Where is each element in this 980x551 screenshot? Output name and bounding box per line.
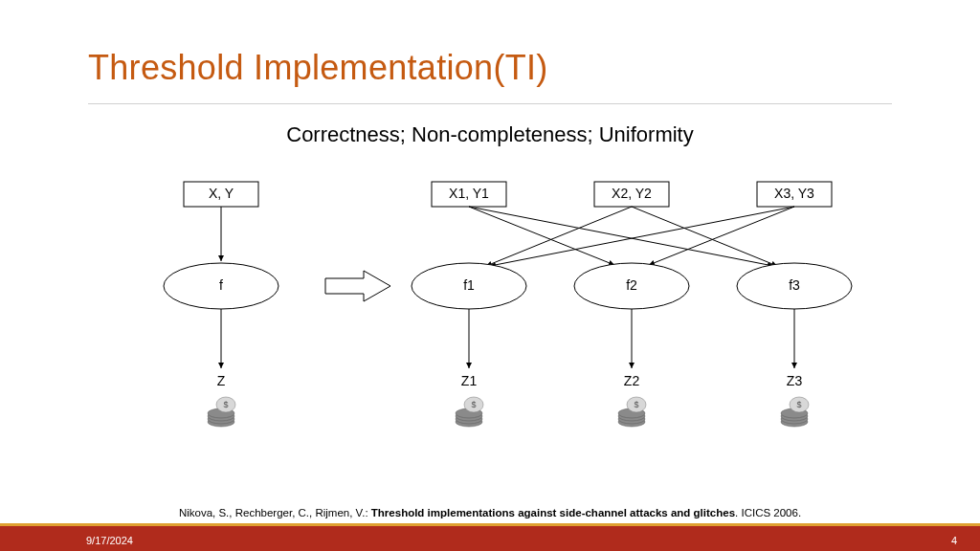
- coins-icon: [456, 397, 483, 427]
- diagram: $ X, Y f Z X1, Y1 X2, Y2 X3, Y3: [0, 158, 980, 474]
- citation-title: Threshold implementations against side-c…: [371, 507, 735, 518]
- title-underline: [88, 103, 892, 104]
- slide: Threshold Implementation(TI) Correctness…: [0, 0, 980, 551]
- right-output-label-3: Z3: [787, 373, 803, 388]
- left-func-label: f: [219, 277, 223, 293]
- edge-x3-f1: [490, 207, 794, 266]
- footer-date: 9/17/2024: [86, 535, 133, 546]
- citation: Nikova, S., Rechberger, C., Rijmen, V.: …: [0, 507, 980, 518]
- left-output-label: Z: [217, 373, 226, 388]
- footer-bar: 9/17/2024 4: [0, 526, 980, 551]
- right-func-label-3: f3: [789, 277, 800, 293]
- right-input-label-1: X1, Y1: [449, 186, 489, 201]
- right-input-label-2: X2, Y2: [612, 186, 652, 201]
- right-output-label-1: Z1: [461, 373, 478, 388]
- slide-subtitle: Correctness; Non-completeness; Uniformit…: [0, 122, 980, 147]
- footer-page-number: 4: [951, 535, 957, 546]
- citation-suffix: . ICICS 2006.: [735, 507, 801, 518]
- coins-icon: [781, 397, 809, 427]
- edge-x1-f3: [469, 207, 773, 266]
- edge-x2-f1: [486, 207, 632, 266]
- edge-x2-f3: [632, 207, 777, 266]
- slide-title: Threshold Implementation(TI): [88, 48, 548, 88]
- right-output-label-2: Z2: [624, 373, 640, 388]
- left-input-label: X, Y: [209, 186, 234, 201]
- coins-icon: [618, 397, 646, 427]
- transform-arrow-icon: [325, 271, 390, 301]
- coins-icon: [208, 397, 235, 427]
- right-input-label-3: X3, Y3: [774, 186, 814, 201]
- right-func-label-1: f1: [463, 277, 475, 293]
- right-func-label-2: f2: [626, 277, 637, 293]
- citation-prefix: Nikova, S., Rechberger, C., Rijmen, V.:: [179, 507, 371, 518]
